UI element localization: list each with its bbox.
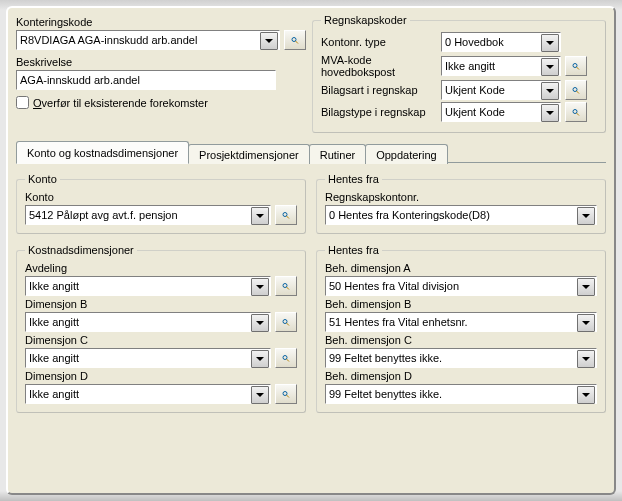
magnifier-icon — [572, 84, 580, 97]
regnskap-label-3: Bilagstype i regnskap — [321, 106, 437, 118]
magnifier-icon — [282, 280, 290, 293]
kost-lookup-1[interactable] — [275, 312, 297, 332]
tab-rutiner[interactable]: Rutiner — [309, 144, 366, 164]
beh-dim-label-0: Beh. dimensjon A — [325, 262, 597, 274]
magnifier-icon — [282, 388, 290, 401]
beh-dim-select-2[interactable] — [325, 348, 597, 368]
hentesfra1-legend: Hentes fra — [325, 173, 382, 185]
konteringskode-lookup-button[interactable] — [284, 30, 306, 50]
kost-lookup-0[interactable] — [275, 276, 297, 296]
svg-point-2 — [573, 63, 577, 67]
regnskap-select-2[interactable] — [441, 80, 561, 100]
beskrivelse-label: Beskrivelse — [16, 56, 306, 68]
regnskap-select-0[interactable] — [441, 32, 561, 52]
svg-point-0 — [292, 37, 296, 41]
kost-label-0: Avdeling — [25, 262, 297, 274]
svg-point-10 — [283, 283, 287, 287]
magnifier-icon — [572, 106, 580, 119]
svg-point-8 — [283, 212, 287, 216]
svg-line-5 — [577, 91, 580, 94]
beh-dim-label-3: Beh. dimensjon D — [325, 370, 597, 382]
tab-prosjekt[interactable]: Prosjektdimensjoner — [188, 144, 310, 164]
regnskap-label-1: MVA-kode hovedbokspost — [321, 54, 437, 78]
magnifier-icon — [572, 60, 580, 73]
svg-point-14 — [283, 355, 287, 359]
svg-line-15 — [287, 359, 290, 362]
konteringskode-label: Konteringskode — [16, 16, 306, 28]
hentesfra2-legend: Hentes fra — [325, 244, 382, 256]
konto-label: Konto — [25, 191, 297, 203]
magnifier-icon — [282, 352, 290, 365]
magnifier-icon — [282, 209, 290, 222]
regnskap-select-3[interactable] — [441, 102, 561, 122]
kost-lookup-2[interactable] — [275, 348, 297, 368]
kost-label-2: Dimensjon C — [25, 334, 297, 346]
svg-line-17 — [287, 395, 290, 398]
regnskap-label-2: Bilagsart i regnskap — [321, 84, 437, 96]
regnskap-lookup-1[interactable] — [565, 56, 587, 76]
overfor-checkbox[interactable] — [16, 96, 29, 109]
svg-line-9 — [287, 216, 290, 219]
beh-dim-select-0[interactable] — [325, 276, 597, 296]
magnifier-icon — [291, 34, 299, 47]
svg-line-13 — [287, 323, 290, 326]
tab-oppdatering[interactable]: Oppdatering — [365, 144, 448, 164]
magnifier-icon — [282, 316, 290, 329]
regnskapskontonr-select[interactable] — [325, 205, 597, 225]
overfor-checkbox-row[interactable]: Overfør til eksisterende forekomster — [16, 96, 306, 109]
konto-select[interactable] — [25, 205, 271, 225]
regnskap-select-1[interactable] — [441, 56, 561, 76]
kostnadsdim-legend: Kostnadsdimensjoner — [25, 244, 137, 256]
regnskap-label-0: Kontonr. type — [321, 36, 437, 48]
svg-line-11 — [287, 287, 290, 290]
beskrivelse-input[interactable] — [16, 70, 276, 90]
regnskapskoder-legend: Regnskapskoder — [321, 14, 410, 26]
regnskap-lookup-2[interactable] — [565, 80, 587, 100]
regnskap-lookup-3[interactable] — [565, 102, 587, 122]
kost-select-1[interactable] — [25, 312, 271, 332]
kost-label-1: Dimensjon B — [25, 298, 297, 310]
svg-line-7 — [577, 113, 580, 116]
svg-point-6 — [573, 109, 577, 113]
svg-point-12 — [283, 319, 287, 323]
konto-legend: Konto — [25, 173, 60, 185]
regnskapskontonr-label: Regnskapskontonr. — [325, 191, 597, 203]
konteringskode-select[interactable] — [16, 30, 280, 50]
svg-line-1 — [296, 41, 299, 44]
svg-line-3 — [577, 67, 580, 70]
beh-dim-label-1: Beh. dimensjon B — [325, 298, 597, 310]
kost-lookup-3[interactable] — [275, 384, 297, 404]
beh-dim-label-2: Beh. dimensjon C — [325, 334, 597, 346]
konto-lookup-button[interactable] — [275, 205, 297, 225]
tab-konto-dim[interactable]: Konto og kostnadsdimensjoner — [16, 141, 189, 164]
kost-select-2[interactable] — [25, 348, 271, 368]
svg-point-4 — [573, 87, 577, 91]
kost-label-3: Dimensjon D — [25, 370, 297, 382]
kost-select-3[interactable] — [25, 384, 271, 404]
svg-point-16 — [283, 391, 287, 395]
beh-dim-select-3[interactable] — [325, 384, 597, 404]
beh-dim-select-1[interactable] — [325, 312, 597, 332]
kost-select-0[interactable] — [25, 276, 271, 296]
